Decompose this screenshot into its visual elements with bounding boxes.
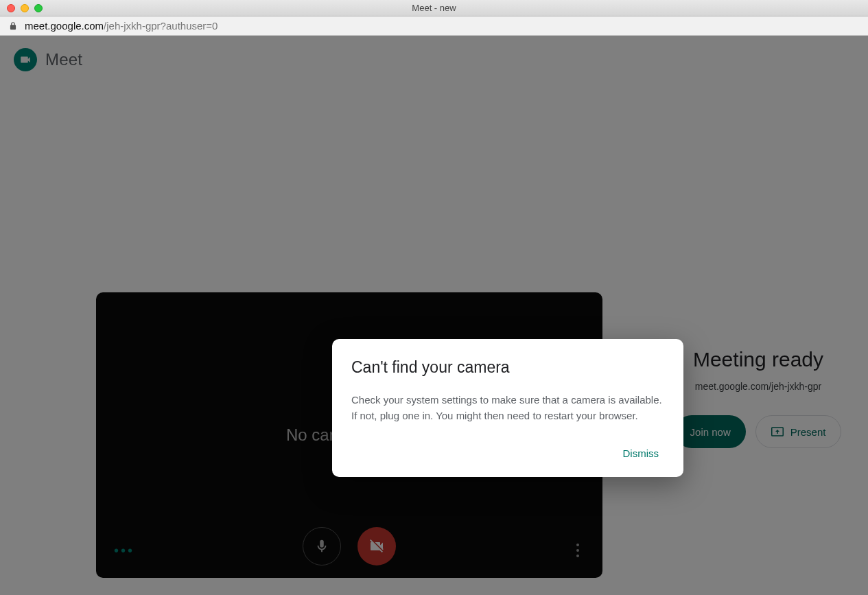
url-path: /jeh-jxkh-gpr?authuser=0 (104, 20, 218, 32)
dialog-title: Can't find your camera (351, 358, 664, 377)
dismiss-button[interactable]: Dismiss (618, 442, 665, 465)
camera-error-dialog: Can't find your camera Check your system… (332, 339, 683, 477)
lock-icon (8, 21, 18, 31)
app-viewport: Meet No camera found ••• Meeting ready m… (0, 36, 868, 595)
dialog-body: Check your system settings to make sure … (351, 392, 664, 424)
modal-backdrop[interactable] (0, 36, 868, 595)
dialog-actions: Dismiss (351, 442, 664, 465)
address-bar[interactable]: meet.google.com/jeh-jxkh-gpr?authuser=0 (0, 16, 868, 36)
url-host: meet.google.com (25, 20, 104, 32)
window-title: Meet - new (0, 3, 868, 13)
window-titlebar: Meet - new (0, 0, 868, 16)
